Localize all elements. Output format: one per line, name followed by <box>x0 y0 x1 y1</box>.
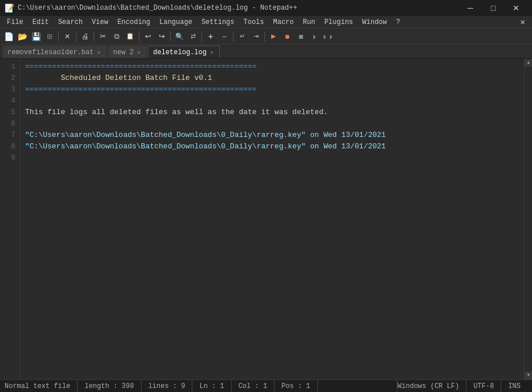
cut-button[interactable]: ✂ <box>96 30 109 43</box>
code-line-7: "C:\Users\aaron\Downloads\Batched_Downlo… <box>25 130 519 141</box>
zoom-in-button[interactable]: + <box>204 30 217 43</box>
line-num-9: 9 <box>5 152 15 164</box>
menu-view[interactable]: View <box>87 16 113 29</box>
line-num-3: 3 <box>5 84 15 95</box>
menu-help[interactable]: ? <box>392 16 405 29</box>
toolbar-sep-7 <box>233 31 233 42</box>
length-status: length : 398 <box>78 380 141 393</box>
code-area[interactable]: ========================================… <box>21 59 524 379</box>
paste-icon: 📋 <box>126 33 134 40</box>
record-button[interactable]: ⏺ <box>281 30 293 43</box>
line-num-8: 8 <box>5 141 15 152</box>
find-icon: 🔍 <box>175 33 184 41</box>
toolbar-sep-2 <box>76 31 76 42</box>
ins-mode-status: INS <box>501 380 527 393</box>
open-button[interactable]: 📂 <box>16 30 29 43</box>
title-left: 📝 C:\Users\aaron\Downloads\Batched_Downl… <box>5 3 297 13</box>
scrollbar[interactable]: ▲ ▼ <box>524 59 532 379</box>
toolbar-sep-4 <box>139 31 139 42</box>
maximize-button[interactable]: □ <box>482 0 505 16</box>
tab-new2-close[interactable]: ✕ <box>136 49 142 56</box>
line-num-7: 7 <box>5 130 15 141</box>
save-button[interactable]: 💾 <box>30 30 42 43</box>
find-button[interactable]: 🔍 <box>173 30 186 43</box>
paste-button[interactable]: 📋 <box>124 30 136 43</box>
close-button[interactable]: ✕ <box>505 0 527 16</box>
tab-bar: removefilesaolder.bat ✕ new 2 ✕ deletelo… <box>0 45 532 59</box>
menu-run[interactable]: Run <box>299 16 320 29</box>
print-button[interactable]: 🖨 <box>79 30 91 43</box>
save-icon: 💾 <box>31 32 41 41</box>
save-macro-button[interactable]: ⏵⏵ <box>322 30 334 43</box>
scroll-up-arrow[interactable]: ▲ <box>525 59 532 67</box>
zoom-out-button[interactable]: − <box>218 30 231 43</box>
wrap-button[interactable]: ↵ <box>236 30 248 43</box>
menu-close-x[interactable]: ✕ <box>516 17 530 27</box>
menu-bar: File Edit Search View Encoding Language … <box>0 16 532 29</box>
stop-button[interactable]: ⏹ <box>295 30 307 43</box>
run-icon: ▶ <box>271 33 276 40</box>
zoom-out-icon: − <box>222 32 227 41</box>
code-line-8: "C:\Users\aaron\Downloads\Batched_Downlo… <box>25 141 519 152</box>
tab-log[interactable]: deletelog.log ✕ <box>148 46 220 58</box>
code-line-3: ========================================… <box>25 84 519 95</box>
redo-button[interactable]: ↪ <box>155 30 168 43</box>
undo-icon: ↩ <box>145 32 151 41</box>
close-tab-icon: ✕ <box>65 33 70 41</box>
code-line-4 <box>25 95 519 107</box>
code-line-2: Scheduled Deletion Batch File v0.1 <box>25 72 519 84</box>
new-button[interactable]: 📄 <box>2 30 15 43</box>
undo-button[interactable]: ↩ <box>142 30 154 43</box>
line-num-2: 2 <box>5 72 15 84</box>
indent-button[interactable]: ⇥ <box>249 30 262 43</box>
menu-plugins[interactable]: Plugins <box>320 16 357 29</box>
print-icon: 🖨 <box>82 32 89 41</box>
line-num-4: 4 <box>5 95 15 107</box>
toolbar-sep-8 <box>264 31 265 42</box>
line-num-6: 6 <box>5 118 15 130</box>
code-line-9 <box>25 152 519 164</box>
tab-bat[interactable]: removefilesaolder.bat ✕ <box>2 46 107 58</box>
copy-button[interactable]: ⧉ <box>110 30 123 43</box>
menu-tools[interactable]: Tools <box>239 16 268 29</box>
menu-file[interactable]: File <box>2 16 28 29</box>
run-button[interactable]: ▶ <box>267 30 280 43</box>
copy-icon: ⧉ <box>114 32 119 41</box>
tab-new2-label: new 2 <box>113 49 134 56</box>
app-icon: 📝 <box>5 3 14 13</box>
toolbar-sep-5 <box>170 31 171 42</box>
toolbar-sep-3 <box>94 31 94 42</box>
open-icon: 📂 <box>18 32 27 41</box>
menu-language[interactable]: Language <box>155 16 197 29</box>
tab-bat-close[interactable]: ✕ <box>96 49 102 56</box>
code-line-6 <box>25 118 519 130</box>
ln-status: Ln : 1 <box>192 380 231 393</box>
tab-new2[interactable]: new 2 ✕ <box>108 46 147 58</box>
replace-button[interactable]: ⇄ <box>187 30 199 43</box>
tab-log-close[interactable]: ✕ <box>209 49 215 56</box>
menu-settings[interactable]: Settings <box>197 16 239 29</box>
menu-edit[interactable]: Edit <box>28 16 54 29</box>
menu-macro[interactable]: Macro <box>269 16 299 29</box>
menu-encoding[interactable]: Encoding <box>113 16 155 29</box>
line-ending-status: Windows (CR LF) <box>397 380 466 393</box>
wrap-icon: ↵ <box>240 33 245 40</box>
minimize-button[interactable]: ─ <box>459 0 482 16</box>
menu-window[interactable]: Window <box>358 16 392 29</box>
lines-status: lines : 9 <box>142 380 193 393</box>
editor-container: 1 2 3 4 5 6 7 8 9 ======================… <box>0 59 532 379</box>
replace-icon: ⇄ <box>191 33 196 40</box>
save-all-button[interactable]: ⊞ <box>43 30 56 43</box>
pos-status: Pos : 1 <box>275 380 317 393</box>
code-line-5: This file logs all deleted files as well… <box>25 107 519 118</box>
redo-icon: ↪ <box>159 32 165 41</box>
toolbar-sep-6 <box>201 31 202 42</box>
close-tab-button[interactable]: ✕ <box>61 30 74 43</box>
scroll-down-arrow[interactable]: ▼ <box>525 371 532 379</box>
toolbar: 📄 📂 💾 ⊞ ✕ 🖨 ✂ ⧉ 📋 ↩ ↪ 🔍 ⇄ + − <box>0 29 532 45</box>
playback-button[interactable]: ⏵ <box>308 30 321 43</box>
tab-log-label: deletelog.log <box>153 49 207 56</box>
encoding-status: UTF-8 <box>466 380 501 393</box>
title-bar: 📝 C:\Users\aaron\Downloads\Batched_Downl… <box>0 0 532 16</box>
menu-search[interactable]: Search <box>54 16 87 29</box>
